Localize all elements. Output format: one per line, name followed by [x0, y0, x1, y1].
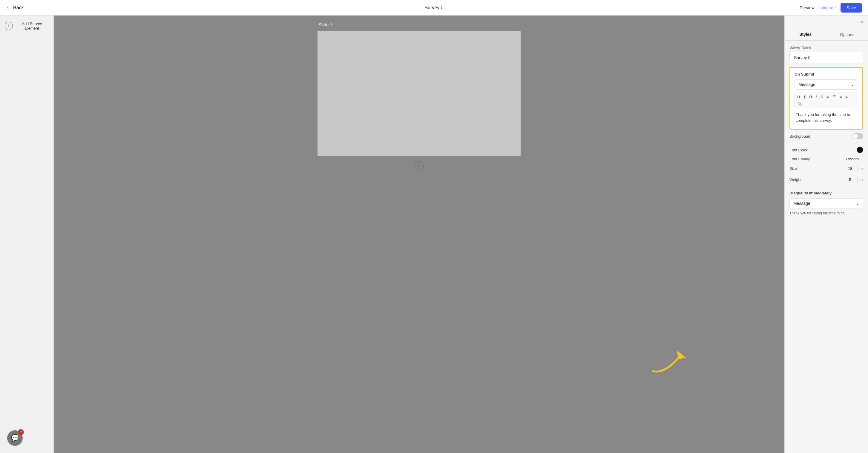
- font-family-value: Roboto: [846, 157, 859, 161]
- separator-2: [789, 187, 863, 187]
- tab-options[interactable]: Options: [827, 29, 868, 40]
- main-layout: + Add Survey Element Slide 1 ··· + ×: [0, 15, 868, 453]
- background-label: Background: [789, 134, 810, 138]
- slide-menu-icon[interactable]: ···: [513, 22, 520, 28]
- back-label: Back: [13, 5, 24, 10]
- font-color-swatch[interactable]: [857, 147, 863, 153]
- weight-row: Weight 5 px: [789, 176, 863, 183]
- weight-label: Weight: [789, 177, 801, 182]
- toolbar-heading[interactable]: H: [796, 94, 801, 100]
- weight-input: 5 px: [843, 176, 863, 183]
- survey-name-value[interactable]: Survey 0: [789, 52, 863, 63]
- message-text[interactable]: Thank you for taking the time to complet…: [795, 110, 858, 125]
- left-sidebar: + Add Survey Element: [0, 15, 54, 453]
- message-dropdown-label: Message: [798, 82, 815, 87]
- weight-value[interactable]: 5: [843, 176, 858, 183]
- header-actions: Preview Integrate Save: [800, 3, 862, 12]
- toolbar-justify[interactable]: ≡: [844, 94, 849, 100]
- font-family-label: Font Family: [789, 157, 810, 161]
- slide-canvas[interactable]: [317, 31, 521, 156]
- size-unit: px: [859, 167, 863, 171]
- font-color-row: Font Color: [789, 147, 863, 153]
- disqualify-label: Disqualify Immediately: [789, 191, 863, 195]
- close-button[interactable]: ×: [860, 19, 863, 25]
- page-title: Survey 0: [425, 5, 443, 10]
- separator-1: [789, 143, 863, 143]
- preview-button[interactable]: Preview: [800, 5, 814, 10]
- disqualify-dropdown-label: Message: [793, 201, 810, 206]
- add-element-label: Add Survey Element: [15, 22, 49, 30]
- toggle-thumb: [853, 134, 858, 138]
- toolbar-align-center[interactable]: ☰: [831, 94, 837, 100]
- disqualify-section: Disqualify Immediately Message ⌄ Thank y…: [789, 191, 863, 216]
- disqualify-preview: Thank you for taking the time to co...: [789, 211, 863, 216]
- toolbar-italic[interactable]: I: [814, 94, 818, 100]
- integrate-button[interactable]: Integrate: [819, 5, 836, 10]
- chevron-down-icon: ⌄: [851, 82, 854, 87]
- font-family-row: Font Family Roboto ⌄: [789, 157, 863, 161]
- panel-header: ×: [785, 15, 868, 29]
- background-row: Background: [789, 133, 863, 139]
- on-submit-section: On Submit Message ⌄ H ¶ B I S ≡ ☰ ≡ ≡ 📎: [789, 67, 863, 130]
- arrow-annotation: [647, 341, 695, 378]
- toolbar-strikethrough[interactable]: S: [819, 94, 824, 100]
- add-slide-button[interactable]: +: [414, 161, 424, 170]
- plus-icon: +: [5, 22, 13, 30]
- size-value[interactable]: 18: [843, 165, 858, 172]
- slide-container: Slide 1 ···: [317, 22, 521, 156]
- disqualify-message-dropdown[interactable]: Message ⌄: [789, 198, 863, 208]
- font-family-chevron-icon: ⌄: [860, 157, 863, 161]
- slide-title: Slide 1: [319, 22, 333, 27]
- notification-count: 7: [18, 429, 24, 435]
- size-input: 18 px: [843, 165, 863, 172]
- chat-icon: 💬: [11, 434, 19, 442]
- back-button[interactable]: ← Back: [6, 5, 24, 10]
- right-panel: × Styles Options Survey Name Survey 0 On…: [784, 15, 868, 453]
- toolbar-align-left[interactable]: ≡: [825, 94, 830, 100]
- back-arrow-icon: ←: [6, 5, 11, 10]
- toolbar-paragraph[interactable]: ¶: [802, 94, 807, 100]
- weight-unit: px: [859, 178, 863, 182]
- notification-badge[interactable]: 💬 7: [7, 430, 23, 446]
- panel-tabs: Styles Options: [785, 29, 868, 41]
- size-label: Size: [789, 166, 797, 171]
- save-button[interactable]: Save: [840, 3, 862, 12]
- font-color-label: Font Color: [789, 148, 808, 152]
- formatting-toolbar: H ¶ B I S ≡ ☰ ≡ ≡ 📎: [795, 93, 858, 108]
- survey-name-label: Survey Name: [789, 45, 863, 50]
- slide-header: Slide 1 ···: [317, 22, 521, 31]
- add-slide-icon: +: [414, 161, 424, 170]
- toolbar-bold[interactable]: B: [808, 94, 813, 100]
- svg-marker-0: [677, 350, 686, 359]
- disqualify-chevron-icon: ⌄: [856, 201, 859, 206]
- background-toggle[interactable]: [852, 133, 863, 139]
- size-row: Size 18 px: [789, 165, 863, 172]
- message-dropdown[interactable]: Message ⌄: [795, 79, 858, 90]
- canvas-area: Slide 1 ··· +: [54, 15, 784, 453]
- header: ← Back Survey 0 Preview Integrate Save: [0, 0, 868, 15]
- toolbar-align-right[interactable]: ≡: [838, 94, 843, 100]
- font-family-select[interactable]: Roboto ⌄: [846, 157, 863, 161]
- add-survey-element-button[interactable]: + Add Survey Element: [5, 22, 49, 30]
- toolbar-attach[interactable]: 📎: [796, 101, 803, 107]
- tab-styles[interactable]: Styles: [785, 29, 827, 40]
- on-submit-label: On Submit: [795, 72, 858, 76]
- panel-content: Survey Name Survey 0 On Submit Message ⌄…: [785, 41, 868, 221]
